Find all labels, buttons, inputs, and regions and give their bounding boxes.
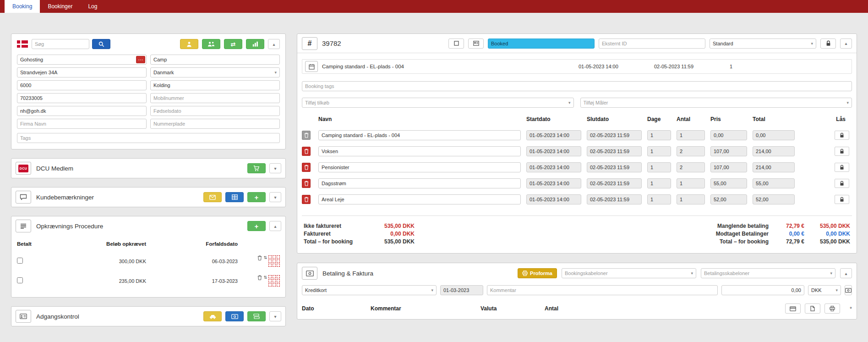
company-field[interactable] — [17, 119, 147, 129]
payment-comment-input[interactable] — [487, 285, 718, 295]
line-qty-input[interactable] — [677, 178, 705, 188]
line-price-input[interactable] — [710, 194, 747, 204]
collection-add-button[interactable]: + — [247, 221, 266, 231]
city-field[interactable] — [150, 80, 280, 90]
remarks-add-button[interactable]: + — [247, 192, 266, 202]
booking-collapse-button[interactable]: ▴ — [840, 39, 852, 49]
payment-amount-input[interactable] — [721, 285, 804, 295]
customer-group-button[interactable] — [202, 39, 220, 49]
line-end-input[interactable] — [587, 194, 642, 204]
tab-booking[interactable]: Booking — [5, 0, 40, 13]
line-start-input[interactable] — [526, 130, 581, 140]
camp-field[interactable] — [150, 55, 280, 65]
add-meter-select[interactable]: Tilføj Måler ▾ — [580, 98, 852, 108]
line-end-input[interactable] — [587, 162, 642, 172]
line-price-input[interactable] — [710, 146, 747, 156]
customer-search-input[interactable] — [32, 39, 89, 49]
trash-icon[interactable] — [257, 275, 262, 280]
country-select[interactable]: Danmark ▾ — [150, 67, 280, 77]
payment-method-select[interactable]: Kreditkort ▾ — [302, 285, 437, 295]
remarks-mail-button[interactable] — [203, 192, 222, 202]
add-addon-select[interactable]: Tilføj tilkøb ▾ — [302, 98, 574, 108]
line-total-input[interactable] — [753, 146, 795, 156]
booking-guest-card-button[interactable] — [468, 39, 484, 49]
address-field[interactable] — [17, 67, 147, 77]
print-button[interactable] — [824, 303, 840, 314]
zip-field[interactable] — [17, 80, 147, 90]
line-end-input[interactable] — [587, 146, 642, 156]
access-expand-button[interactable]: ▾ — [269, 311, 281, 321]
line-qty-input[interactable] — [677, 130, 705, 140]
line-days-input[interactable] — [647, 130, 671, 140]
sort-icon[interactable]: ⇅ — [263, 255, 267, 260]
line-lock-button[interactable] — [835, 195, 849, 204]
access-cards-button[interactable] — [247, 311, 266, 321]
plate-field[interactable] — [150, 119, 280, 129]
payment-date-input[interactable] — [440, 285, 483, 295]
line-end-input[interactable] — [587, 178, 642, 188]
line-total-input[interactable] — [753, 130, 795, 140]
phone-field[interactable] — [17, 93, 147, 103]
booking-type-select[interactable]: Standard ▾ — [710, 39, 816, 49]
customer-tags-field[interactable] — [17, 133, 280, 143]
line-name-input[interactable] — [318, 194, 521, 204]
line-days-input[interactable] — [647, 162, 671, 172]
line-lock-button[interactable] — [835, 179, 849, 188]
line-name-input[interactable] — [318, 146, 521, 156]
currency-select[interactable]: DKK ▾ — [808, 285, 841, 295]
birthdate-field[interactable] — [150, 106, 280, 116]
tab-bookinger[interactable]: Bookinger — [40, 0, 80, 13]
dcu-cart-button[interactable] — [247, 163, 266, 173]
line-days-input[interactable] — [647, 178, 671, 188]
line-price-input[interactable] — [710, 130, 747, 140]
booking-lock-button[interactable] — [820, 39, 836, 49]
delete-line-button[interactable] — [302, 163, 311, 172]
payment-templates-select[interactable]: Betalingsskabeloner ▾ — [701, 268, 835, 278]
dcu-expand-button[interactable]: ▾ — [269, 163, 281, 173]
line-total-input[interactable] — [753, 178, 795, 188]
line-name-input[interactable] — [318, 178, 521, 188]
line-total-input[interactable] — [753, 194, 795, 204]
line-name-input[interactable] — [318, 130, 521, 140]
line-total-input[interactable] — [753, 162, 795, 172]
line-days-input[interactable] — [647, 194, 671, 204]
line-price-input[interactable] — [710, 162, 747, 172]
booking-tags-input[interactable] — [302, 81, 852, 91]
line-end-input[interactable] — [587, 130, 642, 140]
paid-checkbox[interactable] — [17, 258, 23, 264]
delete-line-button[interactable] — [302, 131, 311, 140]
email-field[interactable] — [17, 106, 147, 116]
customer-lookup-button[interactable]: ⋯ — [136, 56, 145, 63]
line-lock-button[interactable] — [835, 163, 849, 172]
tab-log[interactable]: Log — [80, 0, 105, 13]
customer-collapse-button[interactable]: ▴ — [268, 39, 280, 49]
line-lock-button[interactable] — [835, 147, 849, 156]
collection-collapse-button[interactable]: ▴ — [269, 221, 281, 231]
transfer-button[interactable]: ⇄ — [224, 39, 242, 49]
line-start-input[interactable] — [526, 162, 581, 172]
line-lock-button[interactable] — [835, 131, 849, 140]
proforma-button[interactable]: Proforma — [518, 268, 557, 278]
delete-line-button[interactable] — [302, 179, 311, 188]
search-button[interactable] — [92, 39, 110, 49]
line-qty-input[interactable] — [677, 162, 705, 172]
booking-status-field[interactable]: Booked — [488, 39, 595, 49]
customer-name-field[interactable] — [17, 55, 147, 65]
sort-icon[interactable]: ⇅ — [263, 275, 267, 280]
delete-line-button[interactable] — [302, 195, 311, 204]
payment-collapse-button[interactable]: ▴ — [840, 268, 852, 278]
invoice-document-button[interactable] — [805, 303, 820, 314]
booking-templates-select[interactable]: Bookingskabeloner ▾ — [562, 268, 696, 278]
line-qty-input[interactable] — [677, 146, 705, 156]
line-start-input[interactable] — [526, 194, 581, 204]
remarks-list-button[interactable] — [225, 192, 244, 202]
line-price-input[interactable] — [710, 178, 747, 188]
mobile-field[interactable] — [150, 93, 280, 103]
line-days-input[interactable] — [647, 146, 671, 156]
booking-select-button[interactable] — [448, 39, 464, 49]
customer-profile-button[interactable] — [180, 39, 198, 49]
line-qty-input[interactable] — [677, 194, 705, 204]
access-vehicle-button[interactable] — [203, 311, 222, 321]
card-payment-button[interactable] — [785, 303, 801, 314]
statistics-button[interactable] — [246, 39, 264, 49]
